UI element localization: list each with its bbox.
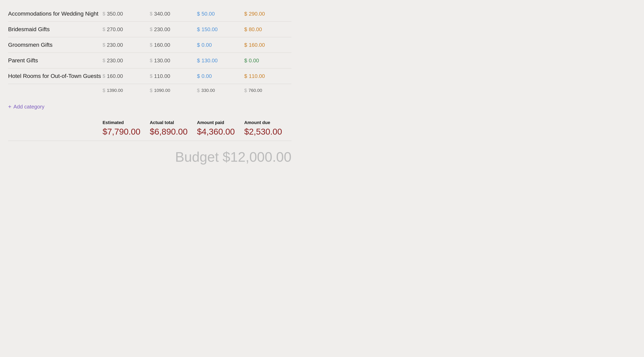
paid-value: 130.00: [202, 58, 218, 64]
paid-amount: $ 130.00: [197, 58, 244, 64]
paid-dollar: $: [197, 11, 200, 17]
actual-amount: $ 340.00: [150, 11, 197, 17]
estimated-value: 350.00: [107, 11, 123, 17]
estimated-value: 270.00: [107, 26, 123, 32]
paid-dollar: $: [197, 73, 200, 79]
estimated-value: 230.00: [107, 42, 123, 48]
category-name: Parent Gifts: [8, 57, 102, 64]
dollar-sign: $: [150, 58, 152, 63]
paid-dollar: $: [197, 26, 200, 32]
paid-value: 50.00: [202, 11, 215, 17]
dollar-sign: $: [150, 26, 152, 32]
summary-estimated: Estimated $7,790.00: [102, 120, 150, 136]
due-dollar: $: [244, 42, 247, 48]
actual-value: 110.00: [154, 73, 170, 79]
due-dollar: $: [244, 73, 247, 79]
due-value: 110.00: [249, 73, 265, 79]
category-name: Accommodations for Wedding Night: [8, 10, 102, 17]
actual-amount: $ 160.00: [150, 42, 197, 48]
actual-amount: $ 110.00: [150, 73, 197, 79]
estimated-amount: $ 160.00: [102, 73, 150, 79]
due-value: 80.00: [249, 26, 262, 32]
totals-row: $ 1390.00 $ 1090.00 $ 330.00 $ 760.00: [8, 84, 292, 99]
dollar-sign: $: [150, 11, 152, 16]
dollar-sign: $: [102, 58, 105, 63]
paid-amount: $ 0.00: [197, 73, 244, 79]
category-name: Groomsmen Gifts: [8, 42, 102, 48]
actual-value: 230.00: [154, 26, 170, 32]
due-amount: $ 290.00: [244, 11, 292, 17]
due-amount: $ 0.00: [244, 58, 292, 64]
estimated-value: 160.00: [107, 73, 123, 79]
due-amount: $ 80.00: [244, 26, 292, 32]
paid-value: 0.00: [202, 42, 212, 48]
budget-total: Budget $12,000.00: [8, 145, 292, 169]
budget-table: Accommodations for Wedding Night $ 350.0…: [8, 6, 292, 169]
table-row: Groomsmen Gifts $ 230.00 $ 160.00 $ 0.00…: [8, 37, 292, 53]
paid-amount: $ 50.00: [197, 11, 244, 17]
actual-amount: $ 230.00: [150, 26, 197, 32]
due-dollar: $: [244, 58, 247, 64]
estimated-amount: $ 350.00: [102, 11, 150, 17]
category-name: Hotel Rooms for Out-of-Town Guests: [8, 73, 102, 79]
actual-value: 130.00: [154, 58, 170, 64]
paid-value: 0.00: [202, 73, 212, 79]
actual-value: 160.00: [154, 42, 170, 48]
dollar-sign: $: [150, 73, 152, 79]
summary-due: Amount due $2,530.00: [244, 120, 292, 136]
due-value: 0.00: [249, 58, 259, 64]
table-row: Bridesmaid Gifts $ 270.00 $ 230.00 $ 150…: [8, 22, 292, 37]
summary-paid: Amount paid $4,360.00: [197, 120, 244, 136]
table-row: Hotel Rooms for Out-of-Town Guests $ 160…: [8, 68, 292, 84]
paid-value: 150.00: [202, 26, 218, 32]
category-name: Bridesmaid Gifts: [8, 26, 102, 32]
paid-amount: $ 0.00: [197, 42, 244, 48]
paid-dollar: $: [197, 42, 200, 48]
summary-actual: Actual total $6,890.00: [150, 120, 197, 136]
due-dollar: $: [244, 11, 247, 17]
dollar-sign: $: [102, 11, 105, 16]
plus-icon: +: [8, 104, 11, 110]
dollar-sign: $: [102, 26, 105, 32]
paid-dollar: $: [197, 58, 200, 64]
estimated-amount: $ 230.00: [102, 42, 150, 48]
table-row: Accommodations for Wedding Night $ 350.0…: [8, 6, 292, 22]
total-estimated: $ 1390.00: [102, 88, 150, 93]
due-amount: $ 110.00: [244, 73, 292, 79]
estimated-value: 230.00: [107, 58, 123, 64]
summary-section: Estimated $7,790.00 Actual total $6,890.…: [8, 116, 292, 141]
total-paid: $ 330.00: [197, 88, 244, 93]
actual-amount: $ 130.00: [150, 58, 197, 64]
actual-value: 340.00: [154, 11, 170, 17]
dollar-sign: $: [102, 73, 105, 79]
due-value: 160.00: [249, 42, 265, 48]
estimated-amount: $ 230.00: [102, 58, 150, 64]
dollar-sign: $: [150, 42, 152, 48]
due-amount: $ 160.00: [244, 42, 292, 48]
total-due: $ 760.00: [244, 88, 292, 93]
due-dollar: $: [244, 26, 247, 32]
estimated-amount: $ 270.00: [102, 26, 150, 32]
total-actual: $ 1090.00: [150, 88, 197, 93]
dollar-sign: $: [102, 42, 105, 48]
table-row: Parent Gifts $ 230.00 $ 130.00 $ 130.00 …: [8, 53, 292, 68]
due-value: 290.00: [249, 11, 265, 17]
add-category-button[interactable]: + Add category: [8, 99, 292, 116]
paid-amount: $ 150.00: [197, 26, 244, 32]
